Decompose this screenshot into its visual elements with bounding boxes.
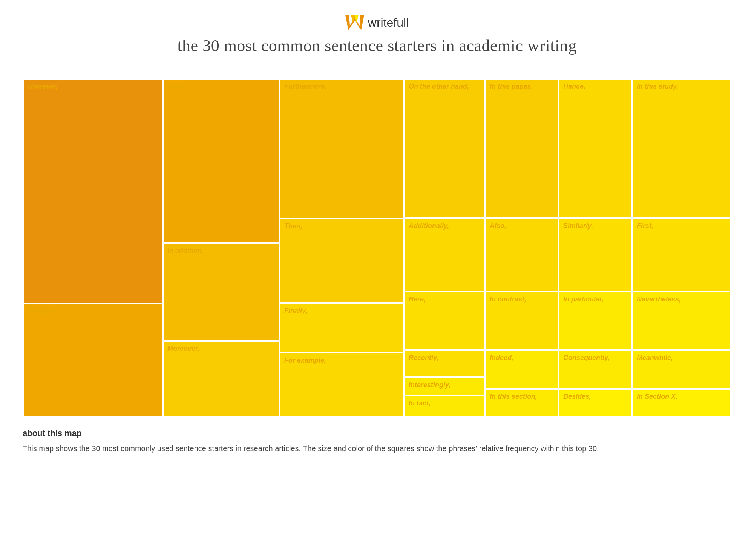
header: writefull the 30 most common sentence st… <box>0 0 754 74</box>
label-in-contrast: In contrast, <box>490 295 526 303</box>
label-furthermore: Furthermore, <box>284 83 326 90</box>
label-here: Here, <box>409 295 426 303</box>
cell-here: Here, <box>404 292 485 350</box>
label-hence: Hence, <box>563 83 585 90</box>
label-first: First, <box>637 222 653 230</box>
label-in-this-section: In this section, <box>490 393 537 401</box>
logo-area: writefull <box>0 15 754 30</box>
cell-in-section-x: In Section X, <box>632 389 731 416</box>
col2: Thus, In addition, Moreover, <box>163 79 280 416</box>
logo-text: writefull <box>368 16 409 30</box>
cell-nevertheless: Nevertheless, <box>632 292 731 350</box>
cell-finally: Finally, <box>280 303 404 353</box>
about-section: about this map This map shows the 30 mos… <box>23 428 731 454</box>
about-title: about this map <box>23 428 731 438</box>
row-bot: Recently, Interestingly, In fact, Indeed… <box>404 350 731 416</box>
col4567: On the other hand, In this paper, Hence,… <box>404 79 731 416</box>
label-meanwhile: Meanwhile, <box>637 354 673 362</box>
label-similarly: Similarly, <box>563 222 593 230</box>
label-in-section-x: In Section X, <box>637 393 677 401</box>
label-in-this-paper: In this paper, <box>490 83 532 90</box>
label-in-fact: In fact, <box>409 399 431 407</box>
cell-on-the-other-hand: On the other hand, <box>404 79 485 218</box>
label-also: Also, <box>490 222 506 230</box>
cell-therefore: Therefore, <box>23 303 163 416</box>
row-mid1: Additionally, Also, Similarly, First, <box>404 218 731 292</box>
cell-furthermore: Furthermore, <box>280 79 404 219</box>
label-consequently: Consequently, <box>563 354 610 362</box>
cell-in-this-section: In this section, <box>485 389 559 416</box>
cell-thus: Thus, <box>163 79 280 243</box>
cell-however: However, <box>23 79 163 303</box>
label-finally: Finally, <box>284 307 307 315</box>
page-title: the 30 most common sentence starters in … <box>0 36 754 55</box>
label-besides: Besides, <box>563 393 591 401</box>
cell-hence: Hence, <box>559 79 632 218</box>
label-on-the-other-hand: On the other hand, <box>409 83 469 90</box>
label-in-this-study: In this study, <box>637 83 678 90</box>
cell-consequently: Consequently, <box>559 350 632 389</box>
label-thus: Thus, <box>167 83 185 90</box>
row-top: On the other hand, In this paper, Hence,… <box>404 79 731 218</box>
cell-also: Also, <box>485 218 559 292</box>
cell-in-this-study: In this study, <box>632 79 731 218</box>
cell-in-particular: In particular, <box>559 292 632 350</box>
row-mid2: Here, In contrast, In particular, Nevert… <box>404 292 731 350</box>
label-for-example: For example, <box>284 357 326 364</box>
about-text-content: This map shows the 30 most commonly used… <box>23 444 599 453</box>
subcol-meanwhile: Meanwhile, In Section X, <box>632 350 731 416</box>
subcol-consequently: Consequently, Besides, <box>559 350 632 416</box>
label-therefore: Therefore, <box>28 307 61 315</box>
cell-recently: Recently, <box>404 350 485 377</box>
label-in-particular: In particular, <box>563 295 604 303</box>
subcol-recently: Recently, Interestingly, In fact, <box>404 350 485 416</box>
label-however: However, <box>28 83 58 90</box>
label-interestingly: Interestingly, <box>409 381 451 389</box>
cell-first: First, <box>632 218 731 292</box>
writefull-logo-icon <box>345 15 364 30</box>
col3: Furthermore, Then, Finally, For example, <box>280 79 404 416</box>
label-recently: Recently, <box>409 354 438 362</box>
cell-interestingly: Interestingly, <box>404 377 485 396</box>
label-in-addition: In addition, <box>167 247 204 255</box>
cell-then: Then, <box>280 219 404 303</box>
cell-indeed: Indeed, <box>485 350 559 389</box>
subcol-indeed: Indeed, In this section, <box>485 350 559 416</box>
label-moreover: Moreover, <box>167 345 199 353</box>
cell-meanwhile: Meanwhile, <box>632 350 731 389</box>
cell-in-this-paper: In this paper, <box>485 79 559 218</box>
cell-moreover: Moreover, <box>163 341 280 416</box>
col1: However, Therefore, <box>23 79 163 416</box>
cell-in-addition: In addition, <box>163 243 280 341</box>
label-nevertheless: Nevertheless, <box>637 295 681 303</box>
about-text: This map shows the 30 most commonly used… <box>23 443 731 454</box>
label-then: Then, <box>284 222 302 230</box>
label-additionally: Additionally, <box>409 222 449 230</box>
cell-in-contrast: In contrast, <box>485 292 559 350</box>
cell-for-example: For example, <box>280 353 404 416</box>
label-indeed: Indeed, <box>490 354 513 362</box>
cell-in-fact: In fact, <box>404 396 485 416</box>
cell-additionally: Additionally, <box>404 218 485 292</box>
treemap: However, Therefore, Thus, In addition, M… <box>23 78 731 417</box>
cell-besides: Besides, <box>559 389 632 416</box>
cell-similarly: Similarly, <box>559 218 632 292</box>
